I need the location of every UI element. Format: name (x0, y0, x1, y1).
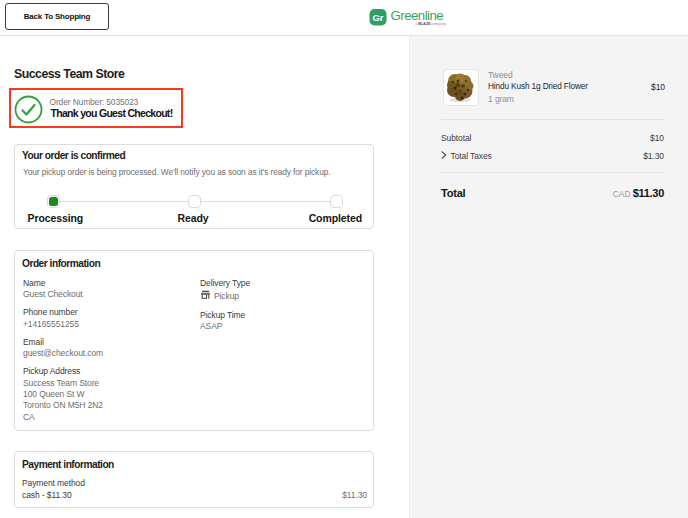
svg-text:Gr: Gr (373, 12, 384, 23)
svg-text:a BLAZE company: a BLAZE company (415, 22, 446, 26)
